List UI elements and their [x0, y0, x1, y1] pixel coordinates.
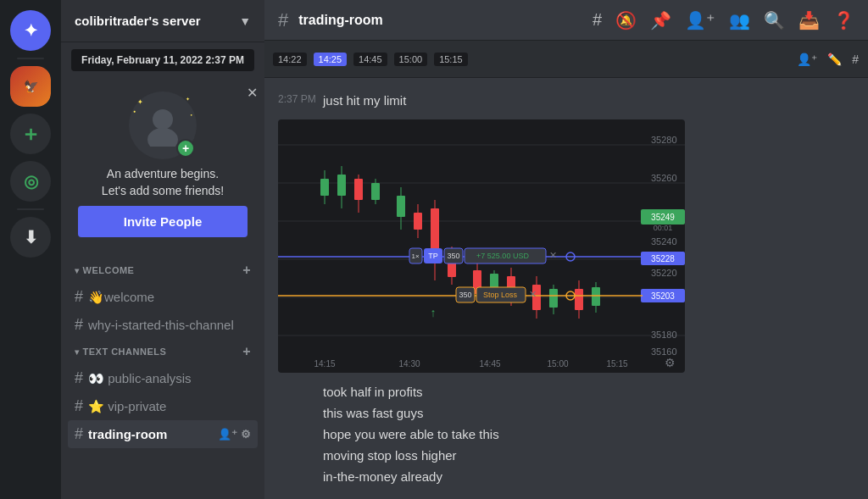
channel-why-started[interactable]: # why-i-started-this-channel: [68, 311, 258, 339]
profile-line2: Let's add some friends!: [102, 183, 224, 200]
settings-icon[interactable]: ⚙: [241, 428, 251, 441]
sidebar-divider-2: [17, 208, 44, 210]
svg-text:35240: 35240: [651, 236, 677, 247]
topbar-search-icon[interactable]: 🔍: [764, 10, 785, 30]
chart-time-1500[interactable]: 15:00: [394, 53, 428, 66]
message-text-3: this was fast guys: [323, 404, 423, 422]
svg-text:350: 350: [447, 252, 459, 260]
svg-text:35249: 35249: [651, 213, 675, 222]
plus-icon: ＋: [20, 120, 41, 147]
svg-text:15:00: 15:00: [547, 359, 568, 369]
topbar-inbox-icon[interactable]: 📥: [798, 10, 820, 30]
add-server-button[interactable]: ＋: [10, 114, 51, 154]
chart-pencil-icon[interactable]: ✏️: [825, 50, 844, 69]
svg-rect-29: [354, 179, 363, 200]
svg-text:⚙: ⚙: [665, 356, 676, 369]
chart-add-friend-icon[interactable]: 👤⁺: [794, 50, 820, 69]
svg-rect-43: [490, 274, 498, 289]
explore-servers-button[interactable]: ◎: [10, 161, 51, 202]
svg-text:35180: 35180: [651, 330, 677, 340]
category-welcome[interactable]: ▾ WELCOME +: [68, 258, 258, 283]
date-tooltip: Friday, February 11, 2022 2:37 PM: [71, 49, 254, 71]
category-text-channels-label: TEXT CHANNELS: [83, 347, 167, 357]
colibritrader-server-icon[interactable]: 🦅: [10, 66, 51, 107]
topbar: # trading-room # 🔕 📌 👤⁺ 👥 🔍 📥 ❓: [264, 0, 868, 41]
server-header[interactable]: colibritrader's server ▼: [61, 0, 264, 42]
svg-text:35228: 35228: [651, 254, 675, 263]
server-name: colibritrader's server: [75, 14, 201, 28]
add-text-channel-icon[interactable]: +: [242, 344, 251, 359]
add-member-icon[interactable]: 👤⁺: [218, 428, 237, 441]
topbar-add-friend-icon[interactable]: 👤⁺: [685, 10, 715, 30]
category-text-channels[interactable]: ▾ TEXT CHANNELS +: [68, 339, 258, 364]
channel-vip-private-label: ⭐ vip-private: [88, 399, 166, 414]
server-sidebar: ✦ 🦅 ＋ ◎ ⬇: [0, 0, 61, 499]
chart-time-1445[interactable]: 14:45: [353, 53, 387, 66]
channel-list: ▾ WELCOME + # 👋welcome # why-i-started-t…: [61, 258, 264, 448]
discord-home-button[interactable]: ✦: [10, 10, 51, 51]
channel-action-icons: 👤⁺ ⚙: [218, 428, 251, 441]
svg-text:00:01: 00:01: [654, 224, 673, 232]
message-text-6: in-the-money already: [323, 468, 442, 485]
topbar-help-icon[interactable]: ❓: [833, 10, 854, 30]
message-text-1: just hit my limit: [323, 91, 406, 109]
channel-why-started-label: why-i-started-this-channel: [88, 318, 234, 332]
svg-rect-25: [320, 179, 329, 196]
add-friend-badge: +: [176, 139, 195, 158]
svg-rect-49: [549, 289, 558, 308]
topbar-pin-icon[interactable]: 📌: [650, 10, 671, 30]
message-text-2: took half in profits: [323, 383, 423, 401]
channel-hash-icon: #: [75, 288, 83, 306]
topbar-hash-icon: #: [278, 9, 288, 31]
channel-trading-room-label: trading-room: [88, 427, 167, 441]
message-row-2: took half in profits: [278, 383, 854, 401]
download-button[interactable]: ⬇: [10, 217, 51, 258]
message-text-4: hope you were able to take this: [323, 425, 499, 443]
channel-vip-private[interactable]: # ⭐ vip-private: [68, 392, 258, 420]
category-welcome-label: WELCOME: [83, 265, 135, 275]
download-icon: ⬇: [24, 227, 38, 247]
svg-text:✕: ✕: [529, 289, 537, 299]
channel-trading-room[interactable]: # trading-room 👤⁺ ⚙: [68, 420, 258, 448]
svg-rect-53: [592, 287, 600, 306]
message-timestamp-1: 2:37 PM: [278, 93, 316, 105]
svg-text:14:30: 14:30: [398, 359, 420, 369]
add-channel-icon[interactable]: +: [242, 263, 251, 278]
svg-text:35203: 35203: [651, 291, 675, 301]
message-row-4: hope you were able to take this: [278, 425, 854, 443]
channel-public-analysis[interactable]: # 👀 public-analysis: [68, 364, 258, 392]
chart-embed: 35280 35260 35249 35240 35228 35220 3520…: [278, 119, 685, 373]
chart-time-selected[interactable]: 14:25: [314, 53, 348, 66]
svg-text:35260: 35260: [651, 173, 677, 183]
chart-time-prev: 14:22: [273, 53, 307, 66]
channel-welcome-label: 👋welcome: [88, 290, 154, 305]
topbar-bell-slash-icon[interactable]: 🔕: [615, 10, 637, 30]
category-chevron-icon-2: ▾: [75, 347, 80, 357]
svg-text:+7 525.00 USD: +7 525.00 USD: [476, 252, 529, 260]
chart-grid-icon[interactable]: #: [849, 50, 861, 69]
svg-text:TP: TP: [428, 252, 438, 260]
category-chevron-icon: ▾: [75, 266, 80, 275]
channel-welcome[interactable]: # 👋welcome: [68, 283, 258, 311]
svg-rect-35: [414, 213, 422, 230]
chart-header-bar: 14:22 14:25 14:45 15:00 15:15 👤⁺ ✏️ #: [264, 41, 868, 78]
messages-area: 2:37 PM just hit my limit 35280 35260 35…: [264, 78, 868, 499]
svg-text:✕: ✕: [549, 250, 557, 260]
server-avatar: 🦅: [10, 66, 51, 107]
topbar-members-icon[interactable]: 👥: [729, 10, 750, 30]
topbar-actions: # 🔕 📌 👤⁺ 👥 🔍 📥 ❓: [593, 10, 854, 30]
invite-people-button[interactable]: Invite People: [78, 206, 248, 237]
channel-hash-icon: #: [75, 397, 83, 415]
svg-text:15:15: 15:15: [606, 359, 627, 369]
message-row-1: 2:37 PM just hit my limit: [278, 91, 854, 109]
chart-time-1515[interactable]: 15:15: [434, 53, 468, 66]
topbar-hashtag-icon[interactable]: #: [593, 10, 602, 30]
profile-section: ✕ ✦ ● ✦ ● + An adventure begins. Let's a…: [61, 78, 264, 251]
close-button[interactable]: ✕: [247, 85, 258, 101]
svg-text:350: 350: [459, 291, 471, 299]
svg-text:14:45: 14:45: [479, 359, 500, 369]
channel-public-analysis-label: 👀 public-analysis: [88, 371, 192, 386]
message-row-5: moving stop loss higher: [278, 446, 854, 464]
chart-right-actions: 👤⁺ ✏️ #: [794, 50, 861, 69]
message-row-3: this was fast guys: [278, 404, 854, 422]
